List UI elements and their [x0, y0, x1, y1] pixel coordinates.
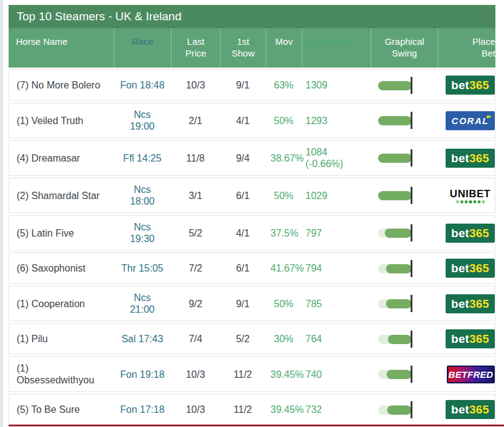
horse-name: (1) Cooperation	[9, 286, 114, 321]
race-link[interactable]: Ncs 21:00	[114, 286, 171, 321]
header-place-bet: Place Bet	[438, 28, 495, 68]
place-bet-cell: bet365 CORAL UNIBET BETFRED	[438, 356, 495, 392]
swing-bar-fill	[378, 191, 412, 200]
bet365-logo-number: 365	[469, 79, 489, 91]
swing-bar	[378, 295, 414, 312]
swing-bar-track	[378, 154, 412, 163]
coral-flag-icon	[486, 116, 491, 118]
swing-bar-track	[378, 370, 412, 379]
unibet-logo[interactable]: UNIBET	[446, 185, 495, 206]
swing-end-tick	[411, 224, 412, 241]
swing-end-tick	[411, 366, 412, 383]
place-bet-cell: bet365 CORAL UNIBET BETFRED	[438, 69, 495, 101]
race-link[interactable]: Fon 17:18	[114, 394, 171, 425]
swing-bar-track	[378, 299, 412, 308]
bet365-logo[interactable]: bet365	[446, 400, 495, 419]
race-link[interactable]: Fon 19:18	[114, 356, 171, 392]
place-bet-cell: bet365 CORAL UNIBET BETFRED	[438, 323, 495, 355]
bet365-logo-text: bet	[451, 227, 469, 239]
first-show-value: 9/1	[220, 286, 266, 321]
horse-name: (1) Obsessedwithyou	[9, 356, 114, 392]
betfred-logo[interactable]: BETFRED	[447, 366, 495, 383]
atr-index-value: 1029	[302, 178, 371, 213]
swing-bar-track	[378, 405, 412, 415]
first-show-value: 6/1	[220, 253, 266, 284]
swing-cell	[371, 103, 438, 138]
horse-name: (7) No More Bolero	[9, 69, 114, 101]
last-price-value: 10/3	[171, 69, 220, 101]
unibet-logo-text: UNIBET	[450, 188, 490, 200]
swing-bar	[378, 366, 414, 383]
race-link[interactable]: Sal 17:43	[114, 323, 171, 355]
table-row: (2) Shamardal Star Ncs 18:00 3/1 6/1 50%…	[9, 178, 495, 213]
place-bet-cell: bet365 CORAL UNIBET BETFRED	[438, 103, 495, 138]
atr-index-value: 1293	[302, 103, 371, 138]
page-left-gutter	[0, 0, 3, 427]
bet365-logo-text: bet	[451, 298, 469, 310]
swing-bar	[378, 77, 414, 94]
swing-bar-track	[378, 116, 412, 125]
coral-logo[interactable]: CORAL	[446, 111, 495, 130]
unibet-dots-icon	[456, 200, 485, 203]
swing-bar	[378, 260, 414, 277]
swing-end-tick	[411, 260, 412, 277]
swing-bar-fill	[385, 229, 412, 238]
first-show-value: 6/1	[220, 178, 266, 213]
swing-end-tick	[411, 149, 412, 166]
atr-index-value: 794	[302, 253, 371, 284]
table-body: (7) No More Bolero Fon 18:48 10/3 9/1 63…	[9, 69, 495, 425]
first-show-value: 9/4	[220, 140, 266, 176]
place-bet-cell: bet365 CORAL UNIBET BETFRED	[438, 215, 495, 251]
swing-bar-fill	[387, 370, 412, 379]
race-link[interactable]: Ffl 14:25	[114, 140, 171, 176]
swing-cell	[371, 215, 438, 251]
place-bet-cell: bet365 CORAL UNIBET BETFRED	[438, 178, 495, 213]
swing-cell	[371, 178, 438, 213]
horse-name: (1) Veiled Truth	[9, 103, 114, 138]
bet365-logo[interactable]: bet365	[446, 224, 495, 243]
bet365-logo[interactable]: bet365	[446, 259, 495, 278]
bet365-logo[interactable]: bet365	[446, 76, 495, 95]
header-race: Race	[114, 28, 171, 68]
mov-value: 39.45%	[266, 394, 302, 425]
swing-bar	[378, 401, 414, 418]
bet365-logo-number: 365	[469, 404, 489, 415]
swing-bar-fill	[378, 116, 412, 125]
race-link[interactable]: Thr 15:05	[114, 253, 171, 284]
table-row: (4) Dreamasar Ffl 14:25 11/8 9/4 38.67% …	[9, 140, 495, 176]
table-row: (5) Latin Five Ncs 19:30 5/2 4/1 37.5% 7…	[9, 215, 495, 251]
place-bet-cell: bet365 CORAL UNIBET BETFRED	[438, 286, 495, 321]
swing-bar-track	[378, 264, 412, 273]
last-price-value: 7/2	[171, 253, 220, 284]
swing-bar-track	[378, 229, 412, 238]
last-price-value: 5/2	[171, 215, 220, 251]
atr-index-value: 797	[302, 215, 371, 251]
swing-cell	[371, 286, 438, 321]
place-bet-cell: bet365 CORAL UNIBET BETFRED	[438, 394, 495, 425]
swing-bar	[378, 224, 414, 241]
bet365-logo[interactable]: bet365	[446, 329, 495, 348]
header-last-price: Last Price	[171, 28, 220, 68]
swing-bar-fill	[378, 154, 412, 163]
mov-value: 37.5%	[266, 215, 302, 251]
first-show-value: 9/1	[220, 69, 266, 101]
race-link[interactable]: Ncs 19:30	[114, 215, 171, 251]
swing-cell	[371, 69, 438, 101]
horse-name: (4) Dreamasar	[9, 140, 114, 176]
race-link[interactable]: Fon 18:48	[114, 69, 171, 101]
swing-bar-fill	[387, 405, 412, 415]
bet365-logo[interactable]: bet365	[446, 149, 495, 168]
race-link[interactable]: Ncs 19:00	[114, 103, 171, 138]
horse-name: (5) Latin Five	[9, 215, 114, 251]
bet365-logo-text: bet	[451, 333, 469, 345]
table-row: (5) To Be Sure Fon 17:18 10/3 11/2 39.45…	[9, 394, 495, 425]
header-first-show: 1st Show	[220, 28, 266, 68]
swing-bar-track	[378, 81, 412, 90]
race-link[interactable]: Ncs 18:00	[114, 178, 171, 213]
atr-index-value: 785	[302, 286, 371, 321]
steamers-panel: Top 10 Steamers - UK & Ireland Horse Nam…	[9, 5, 495, 427]
mov-value: 50%	[266, 103, 302, 138]
bet365-logo[interactable]: bet365	[446, 294, 495, 313]
coral-logo-text: CORAL	[452, 115, 489, 127]
swing-bar-track	[378, 335, 412, 344]
